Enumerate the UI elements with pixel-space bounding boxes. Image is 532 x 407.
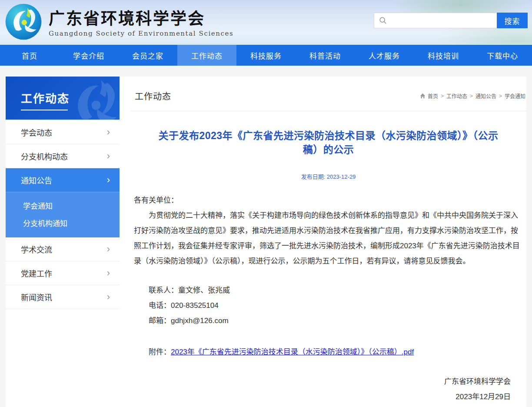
article-body: 各有关单位： 为贯彻党的二十大精神，落实《关于构建市场导向的绿色技术创新体系的指… xyxy=(134,193,523,269)
article-title: 关于发布2023年《广东省先进污染防治技术目录（水污染防治领域）》（公示稿）的公… xyxy=(151,129,505,157)
nav-item-tech-training[interactable]: 科技培训 xyxy=(414,45,473,66)
search-area: 搜索 xyxy=(374,13,528,28)
sidebar-item-label: 新闻资讯 xyxy=(21,291,52,303)
sidebar-title-underline xyxy=(21,110,68,110)
nav-item-science-popularization[interactable]: 科普活动 xyxy=(296,45,355,66)
sidebar: 工作动态 学会动态 › 分支机构动态 › 通知公告 › 学会通知 分支机构通知 … xyxy=(6,77,120,309)
section-bar: 工作动态 首页 > 工作动态 > 通知公告 > 学会通知 xyxy=(130,77,526,111)
brand: 广东省环境科学学会 Guangdong Society of Environme… xyxy=(4,3,233,41)
chevron-right-icon: › xyxy=(107,175,110,185)
nav-item-download-center[interactable]: 下载中心 xyxy=(473,45,532,66)
site-title: 广东省环境科学学会 xyxy=(49,9,233,28)
attachment-label: 附件： xyxy=(149,348,171,356)
nav-item-tech-service[interactable]: 科技服务 xyxy=(236,45,296,66)
site-header: 广东省环境科学学会 Guangdong Society of Environme… xyxy=(0,0,532,45)
chevron-right-icon: › xyxy=(107,244,110,254)
site-subtitle: Guangdong Society of Environmental Scien… xyxy=(49,30,233,37)
sidebar-item-society-news[interactable]: 学会动态 › xyxy=(6,120,120,144)
main-nav: 首页 学会介绍 会员之家 工作动态 科技服务 科普活动 人才服务 科技培训 下载… xyxy=(0,45,532,66)
salutation: 各有关单位： xyxy=(134,193,523,208)
breadcrumb-society-notice[interactable]: 学会通知 xyxy=(505,92,525,100)
breadcrumb-separator: > xyxy=(499,93,502,99)
chevron-right-icon: › xyxy=(107,292,110,302)
sidebar-item-notices[interactable]: 通知公告 › xyxy=(6,168,120,192)
contact-phone: 电话：020-83525104 xyxy=(134,298,523,313)
sidebar-title: 工作动态 xyxy=(21,90,120,106)
main-content: 工作动态 首页 > 工作动态 > 通知公告 > 学会通知 关于发布2023年《广… xyxy=(120,77,526,407)
sidebar-item-label: 党建工作 xyxy=(21,267,52,279)
contact-person: 联系人：童文修、张兆威 xyxy=(134,283,523,298)
sidebar-item-party-building[interactable]: 党建工作 › xyxy=(6,261,120,285)
nav-item-work-news[interactable]: 工作动态 xyxy=(177,45,236,66)
breadcrumb-work-news[interactable]: 工作动态 xyxy=(446,92,467,100)
sidebar-submenu: 学会通知 分支机构通知 xyxy=(6,192,120,237)
sidebar-item-academic-exchange[interactable]: 学术交流 › xyxy=(6,237,120,261)
contact-block: 联系人：童文修、张兆威 电话：020-83525104 邮箱：gdhjxh@12… xyxy=(134,283,523,328)
sidebar-item-label: 通知公告 xyxy=(21,174,52,186)
attachment-line: 附件：2023年《广东省先进污染防治技术目录（水污染防治领域）》（公示稿）.pd… xyxy=(134,344,523,360)
breadcrumb: 首页 > 工作动态 > 通知公告 > 学会通知 xyxy=(420,92,525,100)
chevron-right-icon: › xyxy=(107,268,110,278)
sidebar-subitem-branch-notice[interactable]: 分支机构通知 xyxy=(6,214,120,231)
sidebar-item-label: 学会动态 xyxy=(21,127,52,138)
signature-org: 广东省环境科学学会 xyxy=(134,374,511,389)
sidebar-header: 工作动态 xyxy=(6,77,120,120)
search-input[interactable] xyxy=(390,14,497,27)
attachment-pdf-link[interactable]: 2023年《广东省先进污染防治技术目录（水污染防治领域）》（公示稿）.pdf xyxy=(171,348,414,356)
breadcrumb-home[interactable]: 首页 xyxy=(428,92,438,100)
breadcrumb-separator: > xyxy=(470,93,473,99)
body-paragraph: 为贯彻党的二十大精神，落实《关于构建市场导向的绿色技术创新体系的指导意见》和《中… xyxy=(134,208,523,269)
signature-date: 2023年12月29日 xyxy=(134,389,511,404)
publish-date: 发布日期: 2023-12-29 xyxy=(134,172,523,180)
breadcrumb-notices[interactable]: 通知公告 xyxy=(475,92,496,100)
article: 关于发布2023年《广东省先进污染防治技术目录（水污染防治领域）》（公示稿）的公… xyxy=(130,129,526,404)
contact-email: 邮箱：gdhjxh@126.com xyxy=(134,313,523,328)
page-title: 工作动态 xyxy=(135,90,171,102)
breadcrumb-separator: > xyxy=(441,93,444,99)
sidebar-item-label: 分支机构动态 xyxy=(21,150,68,162)
search-input-wrap xyxy=(374,13,497,28)
content-wrapper: 工作动态 学会动态 › 分支机构动态 › 通知公告 › 学会通知 分支机构通知 … xyxy=(6,77,526,407)
nav-item-home[interactable]: 首页 xyxy=(0,45,59,66)
nav-item-members[interactable]: 会员之家 xyxy=(118,45,177,66)
brand-text: 广东省环境科学学会 Guangdong Society of Environme… xyxy=(49,7,233,37)
sidebar-subitem-society-notice[interactable]: 学会通知 xyxy=(6,197,120,214)
nav-item-about[interactable]: 学会介绍 xyxy=(59,45,118,66)
search-button[interactable]: 搜索 xyxy=(497,13,528,28)
chevron-right-icon: › xyxy=(107,127,110,137)
home-icon xyxy=(420,93,426,99)
sidebar-item-news-info[interactable]: 新闻资讯 › xyxy=(6,285,120,309)
signature-block: 广东省环境科学学会 2023年12月29日 xyxy=(134,374,523,404)
sidebar-menu: 学会动态 › 分支机构动态 › 通知公告 › 学会通知 分支机构通知 学术交流 … xyxy=(6,120,120,309)
nav-item-talent-service[interactable]: 人才服务 xyxy=(355,45,414,66)
sidebar-item-label: 学术交流 xyxy=(21,244,52,255)
chevron-right-icon: › xyxy=(107,151,110,161)
sidebar-item-branch-news[interactable]: 分支机构动态 › xyxy=(6,144,120,168)
search-icon xyxy=(379,17,387,24)
site-logo-icon xyxy=(4,3,43,41)
